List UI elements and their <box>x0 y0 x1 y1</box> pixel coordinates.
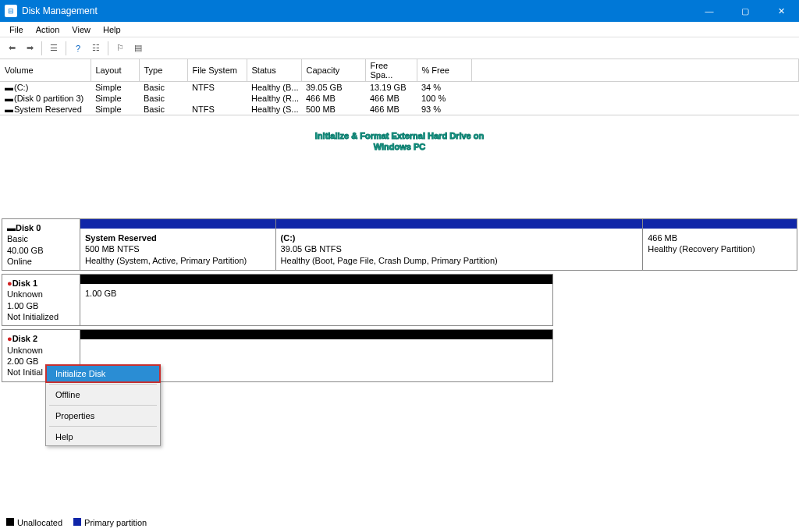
partition[interactable]: (C:)39.05 GB NTFSHealthy (Boot, Page Fil… <box>276 219 644 270</box>
col-spacer <box>471 59 799 82</box>
volume-type: Basic <box>139 104 187 115</box>
menu-separator <box>49 384 157 385</box>
disk-graphical-view: ▬Disk 0Basic40.00 GBOnlineSystem Reserve… <box>2 218 797 385</box>
disk-type: Basic <box>7 233 75 244</box>
volume-layout: Simple <box>91 93 139 104</box>
col-capacity[interactable]: Capacity <box>301 59 365 82</box>
partition-size: 39.05 GB NTFS <box>281 243 638 254</box>
col-freespace[interactable]: Free Spa... <box>365 59 417 82</box>
menu-view[interactable]: View <box>66 23 97 36</box>
volume-row[interactable]: ▬System ReservedSimpleBasicNTFSHealthy (… <box>0 104 799 115</box>
swatch-primary-icon <box>73 518 81 526</box>
volume-capacity: 39.05 GB <box>301 82 365 94</box>
menu-separator <box>49 426 157 427</box>
disk-state: Online <box>7 256 75 267</box>
menu-item-initialize-disk[interactable]: Initialize Disk <box>46 365 160 382</box>
volume-icon: ▬ <box>5 83 12 92</box>
menu-file[interactable]: File <box>3 23 30 36</box>
disk-name: Disk 1 <box>12 278 37 288</box>
toolbar-separator <box>108 41 108 55</box>
partition-size: 466 MB <box>648 232 792 243</box>
col-status[interactable]: Status <box>247 59 301 82</box>
toolbar-separator <box>41 41 42 55</box>
list-button[interactable]: ▤ <box>130 40 147 57</box>
partition-size: 500 MB NTFS <box>85 243 271 254</box>
volume-capacity: 500 MB <box>301 104 365 115</box>
partition-status: Healthy (System, Active, Primary Partiti… <box>85 255 271 266</box>
volume-layout: Simple <box>91 104 139 115</box>
partition[interactable]: 1.00 GB <box>80 275 552 325</box>
volume-type: Basic <box>139 93 187 104</box>
volume-name: (Disk 0 partition 3) <box>14 94 83 103</box>
disk-name: Disk 0 <box>16 223 41 232</box>
toolbar-separator <box>66 41 66 55</box>
menu-help[interactable]: Help <box>97 23 127 36</box>
volume-free: 466 MB <box>365 104 417 115</box>
col-type[interactable]: Type <box>139 59 187 82</box>
col-volume[interactable]: Volume <box>0 59 91 82</box>
titlebar: ⊟ Disk Management — ▢ ✕ <box>0 0 799 22</box>
volume-free: 13.19 GB <box>365 82 417 94</box>
menu-item-properties[interactable]: Properties <box>46 407 160 424</box>
volume-fs: NTFS <box>187 82 247 94</box>
back-button[interactable]: ⬅ <box>3 40 20 57</box>
menubar: File Action View Help <box>0 22 799 37</box>
volume-row[interactable]: ▬(C:)SimpleBasicNTFSHealthy (B...39.05 G… <box>0 82 799 94</box>
volume-icon: ▬ <box>5 94 12 103</box>
menu-item-help[interactable]: Help <box>46 428 160 445</box>
volume-status: Healthy (B... <box>247 82 301 94</box>
disk-partitions: 1.00 GB <box>80 275 552 325</box>
disk-state: Not Initialized <box>7 311 75 322</box>
disk-row[interactable]: ●Disk 1Unknown1.00 GBNot Initialized1.00… <box>2 274 553 326</box>
menu-action[interactable]: Action <box>30 23 66 36</box>
volume-capacity: 466 MB <box>301 93 365 104</box>
forward-button[interactable]: ➡ <box>21 40 38 57</box>
volume-layout: Simple <box>91 82 139 94</box>
legend: Unallocated Primary partition <box>6 518 147 527</box>
partition-bar <box>80 275 552 284</box>
settings-button[interactable]: ☷ <box>87 40 105 57</box>
toolbar: ⬅ ➡ ☰ ? ☷ ⚐ ▤ <box>0 37 799 59</box>
volume-fs <box>187 93 247 104</box>
volume-pct: 34 % <box>417 82 471 94</box>
close-button[interactable]: ✕ <box>763 0 799 22</box>
partition-bar <box>80 219 275 229</box>
disk-partitions: System Reserved500 MB NTFSHealthy (Syste… <box>80 219 797 270</box>
partition-bar <box>643 219 797 229</box>
menu-item-offline[interactable]: Offline <box>46 386 160 403</box>
menu-separator <box>49 405 157 406</box>
volume-headers: Volume Layout Type File System Status Ca… <box>0 59 799 82</box>
window-title: Disk Management <box>22 5 691 16</box>
volume-status: Healthy (S... <box>247 104 301 115</box>
disk-error-icon: ● <box>7 278 12 288</box>
volume-pct: 93 % <box>417 104 471 115</box>
help-button[interactable]: ? <box>69 40 87 57</box>
disk-type: Unknown <box>7 345 75 356</box>
disk-icon: ▬ <box>7 223 16 232</box>
partition-size: 1.00 GB <box>85 288 548 299</box>
minimize-button[interactable]: — <box>691 0 727 22</box>
partition-status: Healthy (Boot, Page File, Crash Dump, Pr… <box>281 255 638 266</box>
app-icon: ⊟ <box>5 5 17 17</box>
col-filesystem[interactable]: File System <box>187 59 247 82</box>
show-hide-button[interactable]: ☰ <box>45 40 62 57</box>
partition[interactable]: System Reserved500 MB NTFSHealthy (Syste… <box>80 219 276 270</box>
disk-row[interactable]: ▬Disk 0Basic40.00 GBOnlineSystem Reserve… <box>2 218 797 271</box>
col-pctfree[interactable]: % Free <box>417 59 471 82</box>
col-layout[interactable]: Layout <box>91 59 139 82</box>
disk-size: 1.00 GB <box>7 300 75 311</box>
annotation-caption: Initialize & Format External Hard Drive … <box>0 131 799 153</box>
caption-line2: Windows PC <box>0 142 799 153</box>
volume-name: (C:) <box>14 83 28 92</box>
action-button[interactable]: ⚐ <box>112 40 129 57</box>
legend-primary: Primary partition <box>73 518 147 527</box>
maximize-button[interactable]: ▢ <box>727 0 763 22</box>
volume-row[interactable]: ▬(Disk 0 partition 3)SimpleBasicHealthy … <box>0 93 799 104</box>
disk-size: 40.00 GB <box>7 245 75 256</box>
partition[interactable]: 466 MBHealthy (Recovery Partition) <box>643 219 797 270</box>
context-menu: Initialize Disk Offline Properties Help <box>45 364 161 446</box>
volume-status: Healthy (R... <box>247 93 301 104</box>
disk-error-icon: ● <box>7 334 12 343</box>
volume-icon: ▬ <box>5 105 12 114</box>
disk-label: ▬Disk 0Basic40.00 GBOnline <box>2 219 80 270</box>
